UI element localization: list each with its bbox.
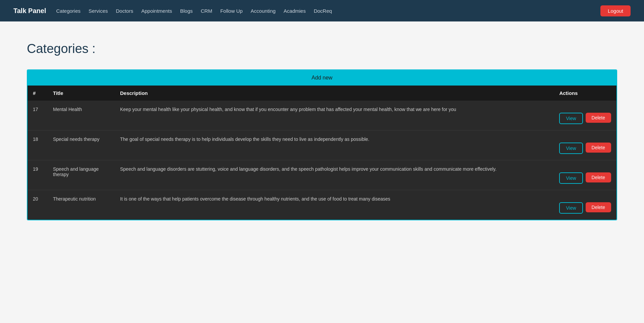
nav-link-docreq[interactable]: DocReq — [314, 8, 332, 14]
row-actions: ViewDelete — [554, 160, 616, 190]
nav-link-categories[interactable]: Categories — [56, 8, 80, 14]
col-title: Title — [48, 86, 115, 101]
nav-link-acadmies[interactable]: Acadmies — [284, 8, 306, 14]
col-description: Description — [115, 86, 554, 101]
table-row: 17Mental HealthKeep your mental health l… — [28, 101, 616, 130]
categories-table: # Title Description Actions 17Mental Hea… — [28, 86, 616, 220]
view-button[interactable]: View — [559, 172, 583, 184]
actions-container: ViewDelete — [559, 166, 611, 184]
row-actions: ViewDelete — [554, 101, 616, 130]
row-id: 18 — [28, 130, 48, 160]
nav-link-accounting[interactable]: Accounting — [251, 8, 275, 14]
row-description: Speech and language disorders are stutte… — [115, 160, 554, 190]
actions-container: ViewDelete — [559, 107, 611, 124]
view-button[interactable]: View — [559, 113, 583, 124]
view-button[interactable]: View — [559, 202, 583, 214]
table-header-row: # Title Description Actions — [28, 86, 616, 101]
row-title: Therapeutic nutrition — [48, 190, 115, 220]
row-description: Keep your mental health like your physic… — [115, 101, 554, 130]
page-content: Categories : Add new # Title Description… — [0, 21, 644, 234]
nav-brand: Talk Panel — [13, 7, 46, 15]
categories-table-container: Add new # Title Description Actions 17Me… — [27, 69, 617, 220]
row-id: 20 — [28, 190, 48, 220]
row-id: 19 — [28, 160, 48, 190]
row-description: It is one of the ways that help patients… — [115, 190, 554, 220]
nav-link-services[interactable]: Services — [89, 8, 108, 14]
delete-button[interactable]: Delete — [586, 202, 611, 212]
page-title: Categories : — [27, 42, 617, 56]
view-button[interactable]: View — [559, 143, 583, 154]
table-row: 18Special needs therapyThe goal of speci… — [28, 130, 616, 160]
delete-button[interactable]: Delete — [586, 143, 611, 153]
logout-button[interactable]: Logout — [600, 5, 631, 16]
col-hash: # — [28, 86, 48, 101]
row-title: Special needs therapy — [48, 130, 115, 160]
nav-links: CategoriesServicesDoctorsAppointmentsBlo… — [56, 8, 600, 14]
row-title: Speech and language therapy — [48, 160, 115, 190]
row-actions: ViewDelete — [554, 130, 616, 160]
nav-link-blogs[interactable]: Blogs — [180, 8, 193, 14]
table-row: 19Speech and language therapySpeech and … — [28, 160, 616, 190]
delete-button[interactable]: Delete — [586, 172, 611, 182]
nav-link-appointments[interactable]: Appointments — [141, 8, 172, 14]
nav-link-follow-up[interactable]: Follow Up — [220, 8, 243, 14]
navbar: Talk Panel CategoriesServicesDoctorsAppo… — [0, 0, 644, 21]
nav-link-doctors[interactable]: Doctors — [116, 8, 133, 14]
col-actions: Actions — [554, 86, 616, 101]
add-new-button[interactable]: Add new — [28, 70, 616, 86]
delete-button[interactable]: Delete — [586, 113, 611, 123]
row-title: Mental Health — [48, 101, 115, 130]
nav-link-crm[interactable]: CRM — [201, 8, 212, 14]
actions-container: ViewDelete — [559, 137, 611, 154]
row-id: 17 — [28, 101, 48, 130]
table-row: 20Therapeutic nutritionIt is one of the … — [28, 190, 616, 220]
row-description: The goal of special needs therapy is to … — [115, 130, 554, 160]
actions-container: ViewDelete — [559, 196, 611, 214]
row-actions: ViewDelete — [554, 190, 616, 220]
